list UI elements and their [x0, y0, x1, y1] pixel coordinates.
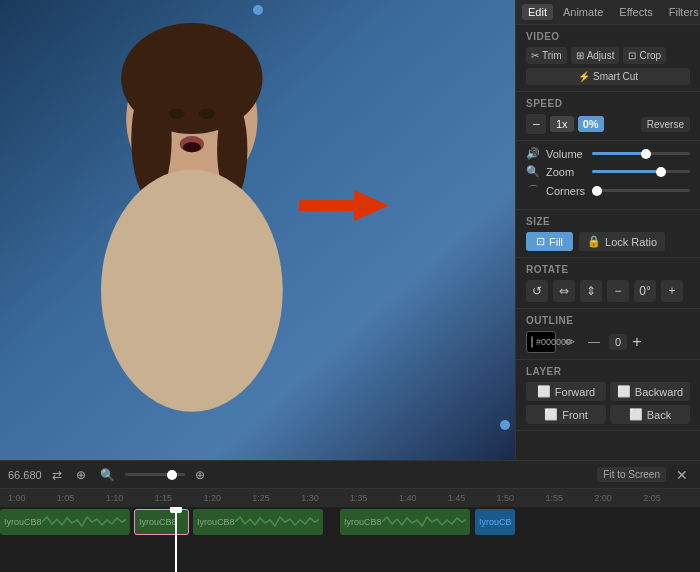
audio-track: IyrouCB8 IyrouCB8 IyrouCB8 — [0, 507, 700, 539]
speed-controls: − 1x 0% Reverse — [526, 114, 690, 134]
flip-v-button[interactable]: ⇕ — [580, 280, 602, 302]
timeline-close-button[interactable]: ✕ — [672, 465, 692, 485]
ruler-mark-8: 1:40 — [399, 493, 448, 503]
timeline-area: 66.680 ⇄ ⊕ 🔍 ⊕ Fit to Screen ✕ 1:00 1:05… — [0, 460, 700, 572]
video-preview — [0, 0, 515, 460]
flip-h-button[interactable]: ⇔ — [553, 280, 575, 302]
back-button[interactable]: ⬜ Back — [610, 405, 690, 424]
ruler-mark-12: 2:00 — [594, 493, 643, 503]
color-dot — [531, 336, 533, 348]
zoom-label: Zoom — [546, 166, 586, 178]
right-panel: Edit Animate Effects Filters VIDEO ✂ Tri… — [515, 0, 700, 460]
speed-reverse-button[interactable]: Reverse — [641, 117, 690, 132]
svg-point-8 — [199, 109, 215, 119]
audio-clip-1[interactable]: IyrouCB8 — [0, 509, 130, 535]
timeline-zoom-slider[interactable] — [125, 473, 185, 476]
corners-icon: ⌒ — [526, 183, 540, 198]
outline-section: OUTLINE #000000 ✏ — 0 + — [516, 309, 700, 360]
outline-dash-icon[interactable]: — — [584, 333, 604, 351]
front-button[interactable]: ⬜ Front — [526, 405, 606, 424]
zoom-in-button[interactable]: ⊕ — [191, 466, 209, 484]
video-section: VIDEO ✂ Trim ⊞ Adjust ⊡ Crop — [516, 25, 700, 92]
lock-icon: 🔒 — [587, 235, 601, 248]
svg-rect-11 — [299, 200, 359, 211]
panel-tabs: Edit Animate Effects Filters — [516, 0, 700, 25]
rotate-left-button[interactable]: ↺ — [526, 280, 548, 302]
audio-clip-2[interactable]: IyrouCB8 — [134, 509, 189, 535]
speed-percent[interactable]: 0% — [578, 116, 604, 132]
volume-slider[interactable] — [592, 152, 690, 155]
split-button[interactable]: ⇄ — [48, 466, 66, 484]
arrow-indicator — [299, 188, 389, 226]
outline-color-swatch[interactable]: #000000 — [526, 331, 556, 353]
playhead[interactable] — [175, 507, 177, 572]
size-buttons: ⊡ Fill 🔒 Lock Ratio — [526, 232, 690, 251]
volume-row: 🔊 Volume — [526, 147, 690, 160]
adjust-icon: ⊞ — [576, 50, 584, 61]
speed-section-label: SPEED — [526, 98, 690, 109]
tab-animate[interactable]: Animate — [557, 4, 609, 20]
trim-button[interactable]: ✂ Trim — [526, 47, 567, 64]
outline-pen-icon[interactable]: ✏ — [561, 333, 579, 351]
backward-icon: ⬜ — [617, 385, 631, 398]
waveform-3 — [235, 512, 319, 532]
backward-button[interactable]: ⬜ Backward — [610, 382, 690, 401]
crop-button[interactable]: ⊡ Crop — [623, 47, 666, 64]
cursor-button[interactable]: ⊕ — [72, 466, 90, 484]
timeline-tracks: IyrouCB8 IyrouCB8 IyrouCB8 — [0, 507, 700, 572]
zoom-slider[interactable] — [592, 170, 690, 173]
timeline-time: 66.680 — [8, 469, 42, 481]
front-icon: ⬜ — [544, 408, 558, 421]
waveform-1 — [42, 512, 126, 532]
svg-point-10 — [183, 142, 201, 152]
zoom-out-button[interactable]: 🔍 — [96, 466, 119, 484]
video-buttons: ✂ Trim ⊞ Adjust ⊡ Crop — [526, 47, 690, 64]
forward-button[interactable]: ⬜ Forward — [526, 382, 606, 401]
rotate-minus-button[interactable]: − — [607, 280, 629, 302]
timeline-toolbar: 66.680 ⇄ ⊕ 🔍 ⊕ Fit to Screen ✕ — [0, 461, 700, 489]
corners-row: ⌒ Corners — [526, 183, 690, 198]
speed-section: SPEED − 1x 0% Reverse — [516, 92, 700, 141]
audio-clip-3[interactable]: IyrouCB8 — [193, 509, 323, 535]
smart-cut-button[interactable]: ⚡ Smart Cut — [526, 68, 690, 85]
selection-handle-bottom[interactable] — [500, 420, 510, 430]
timeline-zoom-thumb[interactable] — [167, 470, 177, 480]
front-label: Front — [562, 409, 588, 421]
adjust-button[interactable]: ⊞ Adjust — [571, 47, 620, 64]
lock-ratio-button[interactable]: 🔒 Lock Ratio — [579, 232, 665, 251]
fill-icon: ⊡ — [536, 235, 545, 248]
audio-clip-4[interactable]: IyrouCB8 — [340, 509, 470, 535]
rotate-section: ROTATE ↺ ⇔ ⇕ − 0° + — [516, 258, 700, 309]
audio-clip-5[interactable]: IyrouCB8 — [475, 509, 515, 535]
zoom-thumb[interactable] — [656, 167, 666, 177]
playhead-head[interactable] — [170, 507, 182, 513]
fill-button[interactable]: ⊡ Fill — [526, 232, 573, 251]
crop-label: Crop — [639, 50, 661, 61]
tab-edit[interactable]: Edit — [522, 4, 553, 20]
zoom-fill — [592, 170, 661, 173]
audio-clip-1-label: IyrouCB8 — [4, 517, 42, 527]
backward-label: Backward — [635, 386, 683, 398]
adjust-label: Adjust — [587, 50, 615, 61]
selection-handle-top[interactable] — [253, 5, 263, 15]
ruler-mark-4: 1:20 — [203, 493, 252, 503]
trim-label: Trim — [542, 50, 562, 61]
smart-cut-icon: ⚡ — [578, 71, 590, 82]
volume-label: Volume — [546, 148, 586, 160]
volume-icon: 🔊 — [526, 147, 540, 160]
tab-effects[interactable]: Effects — [613, 4, 658, 20]
corners-thumb[interactable] — [592, 186, 602, 196]
outline-section-label: OUTLINE — [526, 315, 690, 326]
back-icon: ⬜ — [629, 408, 643, 421]
tab-filters[interactable]: Filters — [663, 4, 700, 20]
trim-icon: ✂ — [531, 50, 539, 61]
zoom-icon: 🔍 — [526, 165, 540, 178]
fit-screen-button[interactable]: Fit to Screen — [597, 467, 666, 482]
ruler-mark-7: 1:35 — [350, 493, 399, 503]
outline-plus-button[interactable]: + — [632, 333, 641, 351]
corners-slider[interactable] — [592, 189, 690, 192]
rotate-plus-button[interactable]: + — [661, 280, 683, 302]
volume-thumb[interactable] — [641, 149, 651, 159]
speed-minus-button[interactable]: − — [526, 114, 546, 134]
svg-point-7 — [169, 109, 185, 119]
